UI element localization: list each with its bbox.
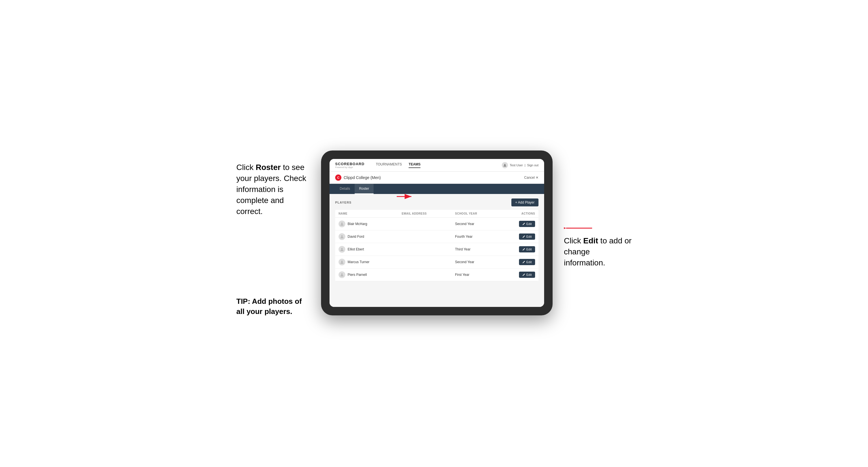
header-right: Test User | Sign out [502,162,538,168]
player-avatar [339,259,345,266]
add-player-button[interactable]: + Add Player [512,198,538,207]
player-avatar [339,220,345,227]
nav-teams[interactable]: TEAMS [409,162,421,168]
user-name: Test User [510,163,523,167]
player-cell: Elliot Ebert [339,246,395,253]
tablet-screen: SCOREBOARD Powered by clippi TOURNAMENTS… [330,159,544,307]
col-name: NAME [335,210,398,218]
user-avatar [502,162,508,168]
table-header-row: NAME EMAIL ADDRESS SCHOOL YEAR ACTIONS [335,210,538,218]
player-name-cell: Marcus Turner [335,255,398,268]
player-name: Elliot Ebert [348,247,364,251]
separator: | [525,163,526,167]
app-header: SCOREBOARD Powered by clippi TOURNAMENTS… [330,159,544,172]
player-name-cell: David Ford [335,230,398,243]
team-logo: C [335,175,341,181]
left-annotation: Click Roster to see your players. Check … [236,151,310,317]
roster-arrow [397,192,414,202]
players-label: PLAYERS [335,201,351,204]
header-left: SCOREBOARD Powered by clippi TOURNAMENTS… [335,162,421,168]
player-name: David Ford [348,235,364,239]
col-actions: ACTIONS [500,210,538,218]
player-year-cell: First Year [452,268,500,281]
cancel-button[interactable]: Cancel ✕ [524,176,538,180]
edit-button-4[interactable]: Edit [519,272,535,278]
player-name: Blair McHarg [348,222,367,226]
player-actions-cell: Edit [500,255,538,268]
player-email-cell [398,255,452,268]
table-row: Elliot Ebert Third Year Edit [335,243,538,255]
team-name-row: C Clippd College (Men) [335,175,381,181]
nav-tournaments[interactable]: TOURNAMENTS [376,162,402,168]
player-actions-cell: Edit [500,217,538,230]
col-email: EMAIL ADDRESS [398,210,452,218]
player-name-cell: Blair McHarg [335,217,398,230]
person-icon [340,247,344,251]
player-cell: David Ford [339,233,395,240]
player-cell: Blair McHarg [339,220,395,227]
edit-button-0[interactable]: Edit [519,221,535,227]
team-title: Clippd College (Men) [344,175,381,180]
right-annotation-text: Click Edit to add or change information. [564,235,632,269]
player-avatar [339,271,345,278]
player-actions-cell: Edit [500,243,538,255]
player-name: Piers Parnell [348,273,367,277]
svg-point-5 [341,235,343,237]
nav-links: TOURNAMENTS TEAMS [376,162,421,168]
svg-point-7 [341,248,343,250]
logo-subtitle: Powered by clippi [335,166,365,168]
pencil-icon [522,248,525,251]
player-name: Marcus Turner [348,260,369,264]
svg-point-3 [341,222,343,224]
table-row: Marcus Turner Second Year Edit [335,255,538,268]
right-annotation: Click Edit to add or change information. [564,151,632,269]
player-name-cell: Elliot Ebert [335,243,398,255]
edit-button-2[interactable]: Edit [519,246,535,252]
tab-details[interactable]: Details [335,184,355,194]
pencil-icon [522,260,525,263]
edit-button-1[interactable]: Edit [519,234,535,240]
player-year-cell: Fourth Year [452,230,500,243]
player-actions-cell: Edit [500,230,538,243]
player-avatar [339,246,345,253]
pencil-icon [522,235,525,238]
tablet-frame: SCOREBOARD Powered by clippi TOURNAMENTS… [321,151,553,315]
players-header: PLAYERS + Add Player [335,198,538,207]
player-cell: Piers Parnell [339,271,395,278]
player-email-cell [398,243,452,255]
edit-button-3[interactable]: Edit [519,259,535,265]
pencil-icon [522,222,525,225]
pencil-icon [522,273,525,276]
main-content: PLAYERS + Add Player NAME EMAIL ADDRESS … [330,194,544,307]
tip-text: TIP: Add photos of all your players. [236,296,310,317]
player-actions-cell: Edit [500,268,538,281]
player-name-cell: Piers Parnell [335,268,398,281]
person-icon [340,222,344,226]
col-school-year: SCHOOL YEAR [452,210,500,218]
team-header: C Clippd College (Men) Cancel ✕ [330,172,544,184]
roster-table: NAME EMAIL ADDRESS SCHOOL YEAR ACTIONS B… [335,210,538,281]
player-email-cell [398,230,452,243]
player-cell: Marcus Turner [339,259,395,266]
player-avatar [339,233,345,240]
svg-point-11 [341,273,343,275]
player-email-cell [398,217,452,230]
table-row: Piers Parnell First Year Edit [335,268,538,281]
table-row: David Ford Fourth Year Edit [335,230,538,243]
player-email-cell [398,268,452,281]
table-row: Blair McHarg Second Year Edit [335,217,538,230]
svg-point-2 [504,164,506,165]
player-year-cell: Second Year [452,255,500,268]
person-icon [340,260,344,264]
tab-roster[interactable]: Roster [355,184,374,194]
person-icon [340,273,344,277]
tab-bar: Details Roster [330,184,544,194]
player-year-cell: Second Year [452,217,500,230]
person-icon [340,235,344,239]
svg-point-9 [341,260,343,262]
sign-out-link[interactable]: Sign out [527,163,538,167]
logo-title: SCOREBOARD [335,162,365,166]
app-logo: SCOREBOARD Powered by clippi [335,162,365,168]
player-year-cell: Third Year [452,243,500,255]
